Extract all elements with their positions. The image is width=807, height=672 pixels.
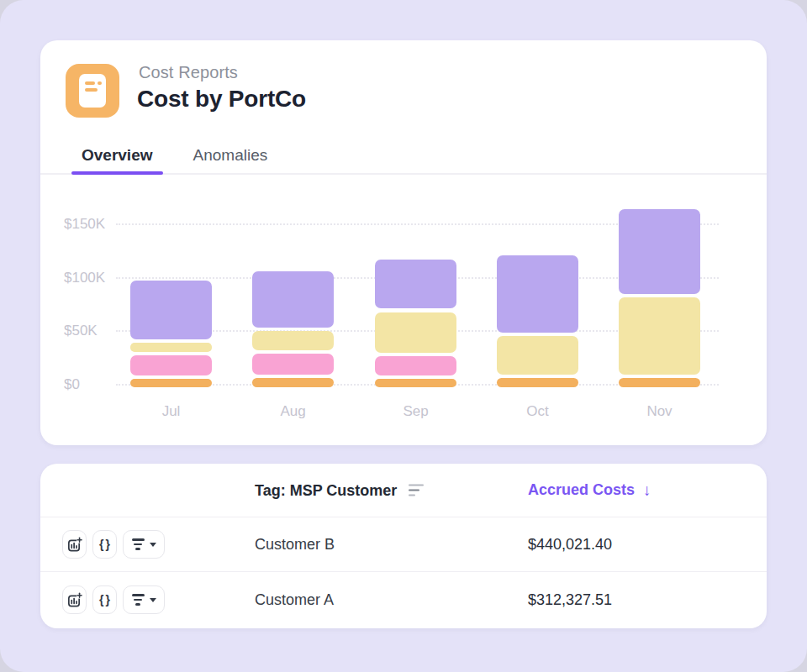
bar-segment-purple-jul[interactable]	[130, 281, 212, 339]
add-chart-button[interactable]	[62, 585, 87, 614]
accrued-cost-value: $440,021.40	[528, 536, 612, 554]
chevron-down-icon	[150, 598, 156, 602]
y-axis-label: $100K	[64, 270, 114, 286]
accrued-cost-value: $312,327.51	[528, 591, 612, 609]
x-axis-label-sep: Sep	[375, 403, 456, 420]
braces-button[interactable]: {}	[92, 530, 117, 559]
bar-segment-pink-aug[interactable]	[252, 354, 334, 374]
table-header-row: Tag: MSP Customer Accrued Costs ↓	[40, 464, 767, 517]
chevron-down-icon	[150, 543, 156, 547]
cost-table-card: Tag: MSP Customer Accrued Costs ↓	[40, 464, 767, 628]
bar-segment-purple-oct[interactable]	[497, 255, 578, 333]
customer-name: Customer B	[255, 536, 335, 554]
bar-segment-pink-jul[interactable]	[130, 355, 212, 375]
accrued-costs-column-header[interactable]: Accrued Costs	[528, 481, 635, 499]
x-axis-label-aug: Aug	[252, 403, 334, 420]
add-chart-icon	[66, 592, 82, 608]
y-axis-label: $150K	[64, 216, 114, 233]
sort-descending-arrow-icon[interactable]: ↓	[643, 481, 651, 500]
braces-icon: {}	[98, 593, 112, 606]
filter-dropdown-button[interactable]	[123, 585, 165, 614]
table-row: {} Customer B $440,021.40	[40, 517, 767, 572]
bar-segment-purple-sep[interactable]	[375, 260, 456, 309]
bar-segment-yellow-aug[interactable]	[252, 331, 334, 350]
add-chart-icon	[66, 537, 82, 553]
y-axis-label: $0	[64, 376, 114, 393]
customer-name: Customer A	[255, 591, 334, 609]
add-chart-button[interactable]	[62, 530, 87, 559]
stacked-bar-chart: $0$50K$100K$150KJulAugSepOctNov	[40, 40, 767, 445]
tag-column-header: Tag: MSP Customer	[255, 481, 397, 499]
filter-icon	[132, 594, 145, 606]
bar-segment-purple-aug[interactable]	[252, 271, 334, 328]
bar-segment-yellow-nov[interactable]	[619, 297, 700, 375]
x-axis-label-jul: Jul	[130, 403, 212, 420]
x-axis-label-nov: Nov	[619, 403, 700, 420]
bar-segment-orange-jul[interactable]	[130, 379, 212, 387]
filter-dropdown-button[interactable]	[123, 530, 165, 559]
bar-segment-orange-aug[interactable]	[252, 378, 334, 387]
filter-icon	[132, 538, 145, 550]
bar-segment-yellow-sep[interactable]	[375, 312, 456, 353]
y-axis-label: $50K	[64, 323, 114, 339]
bar-segment-yellow-jul[interactable]	[130, 343, 212, 351]
app-surface: Cost Reports Cost by PortCo Overview Ano…	[0, 0, 807, 672]
bar-segment-orange-oct[interactable]	[497, 378, 578, 387]
bar-segment-orange-sep[interactable]	[375, 379, 456, 387]
bar-segment-yellow-oct[interactable]	[497, 336, 578, 375]
x-axis-label-oct: Oct	[497, 403, 578, 420]
sort-lines-icon[interactable]	[409, 484, 424, 496]
braces-button[interactable]: {}	[92, 585, 117, 614]
bar-segment-orange-nov[interactable]	[619, 378, 700, 387]
bar-segment-pink-sep[interactable]	[375, 356, 456, 375]
table-row: {} Customer A $312,327.51	[40, 572, 767, 627]
braces-icon: {}	[98, 538, 112, 551]
report-card: Cost Reports Cost by PortCo Overview Ano…	[40, 40, 767, 445]
bar-segment-purple-nov[interactable]	[619, 209, 700, 294]
